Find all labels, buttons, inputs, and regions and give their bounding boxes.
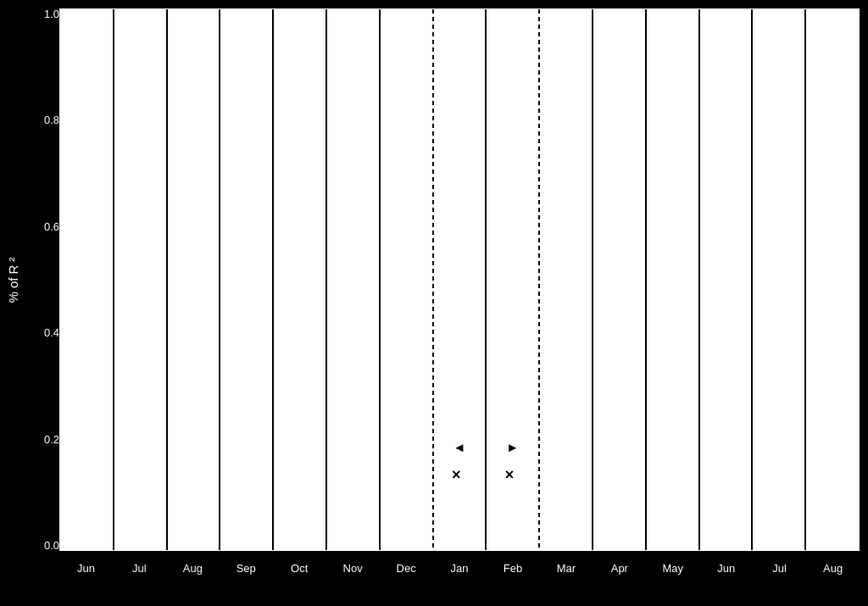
y-tick-2: 0.8 [44,114,59,125]
v-line-9 [538,9,540,550]
x-label-jun2: Jun [699,562,753,575]
y-tick-6: 0.0 [44,540,59,551]
y-tick-5: 0.2 [44,434,59,445]
chart-inner: ×◄×► [60,9,859,550]
chart-marker-1: ◄ [453,441,466,453]
v-line-14 [804,9,806,550]
x-label-nov: Nov [326,562,380,575]
x-label-aug1: Aug [166,562,220,575]
x-label-feb: Feb [487,562,540,575]
chart-container: % of R ² 1.0 0.8 0.6 0.4 0.2 0.0 ×◄×► Ju… [0,0,868,606]
chart-area: ×◄×► [59,8,860,551]
v-line-10 [592,9,593,550]
x-label-dec: Dec [380,562,433,575]
x-label-jul2: Jul [753,562,806,575]
chart-marker-2: × [505,467,515,482]
v-line-11 [645,9,647,550]
x-label-apr: Apr [593,562,646,575]
chart-marker-3: ► [506,441,519,453]
x-label-mar: Mar [539,562,593,575]
v-line-13 [751,9,753,550]
x-label-jul1: Jul [113,562,166,575]
v-line-7 [432,9,434,550]
y-tick-4: 0.4 [44,327,59,338]
v-line-12 [698,9,700,550]
x-label-oct: Oct [273,562,326,575]
y-axis-ticks: 1.0 0.8 0.6 0.4 0.2 0.0 [27,8,59,551]
v-line-3 [219,9,220,550]
x-axis-labels: Jun Jul Aug Sep Oct Nov Dec Jan Feb Mar … [59,555,860,602]
v-line-2 [166,9,168,550]
v-line-1 [113,9,114,550]
v-line-8 [485,9,487,550]
y-tick-1: 1.0 [44,8,59,19]
v-line-6 [379,9,381,550]
x-label-jun1: Jun [59,562,113,575]
chart-marker-0: × [452,467,461,482]
y-axis-label: % of R ² [6,257,20,303]
y-tick-3: 0.6 [44,221,59,232]
x-label-aug2: Aug [806,562,860,575]
x-label-may: May [646,562,699,575]
v-line-5 [326,9,327,550]
x-label-sep: Sep [220,562,273,575]
y-axis-label-wrapper: % of R ² [0,8,25,551]
v-line-4 [272,9,274,550]
x-label-jan: Jan [433,562,487,575]
